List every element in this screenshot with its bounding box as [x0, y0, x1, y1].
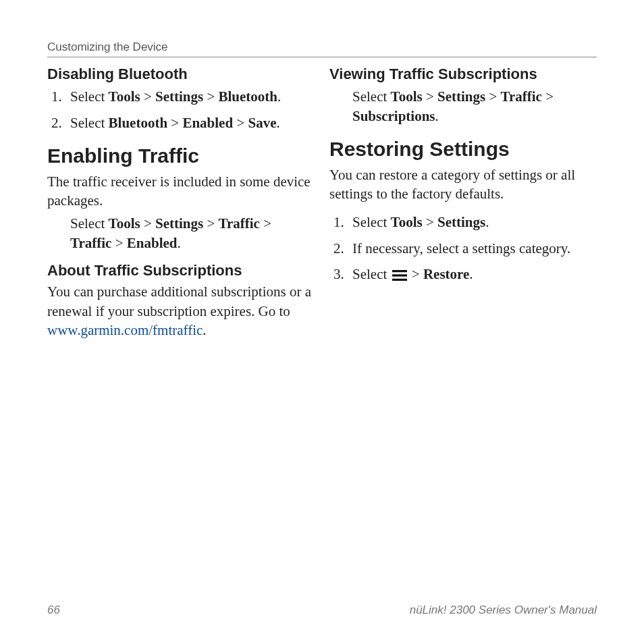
page: Customizing the Device Disabling Bluetoo…	[0, 0, 644, 644]
step-text: >	[111, 235, 126, 251]
step-text: >	[408, 266, 423, 282]
step-text: >	[140, 88, 155, 105]
step-text: .	[485, 214, 489, 230]
heading-viewing-traffic-subscriptions: Viewing Traffic Subscriptions	[329, 65, 597, 83]
ui-term: Restore	[423, 266, 469, 282]
ui-term: Enabled	[182, 115, 233, 131]
ui-term: Traffic	[70, 235, 111, 251]
step-text: Select	[352, 88, 391, 105]
paragraph-text: .	[203, 322, 206, 338]
ui-term: Traffic	[501, 88, 542, 105]
step-text: >	[423, 214, 437, 230]
ui-term: Bluetooth	[109, 115, 168, 131]
ui-term: Tools	[391, 88, 423, 105]
footer: 66 nüLink! 2300 Series Owner's Manual	[47, 590, 597, 617]
svg-rect-0	[392, 270, 407, 272]
heading-disabling-bluetooth: Disabling Bluetooth	[47, 65, 315, 83]
step-text: If necessary, select a settings category…	[352, 240, 570, 257]
step-text: Select	[352, 214, 391, 230]
list-item: 1. Select Tools > Settings.	[329, 213, 597, 232]
svg-rect-2	[392, 279, 407, 281]
step-text: >	[167, 115, 182, 131]
list-item: 2. If necessary, select a settings categ…	[329, 239, 597, 258]
ui-term: Save	[248, 115, 276, 131]
step-text: .	[277, 88, 281, 105]
left-column: Disabling Bluetooth 1. Select Tools > Se…	[47, 64, 315, 590]
step-number: 2.	[51, 113, 62, 132]
step-text: Select	[70, 88, 109, 105]
paragraph: The traffic receiver is included in some…	[47, 172, 315, 211]
paragraph: You can purchase additional subscription…	[47, 282, 315, 340]
steps-disable-bluetooth: 1. Select Tools > Settings > Bluetooth. …	[47, 87, 315, 132]
paragraph: You can restore a category of settings o…	[329, 165, 597, 204]
columns: Disabling Bluetooth 1. Select Tools > Se…	[47, 64, 597, 590]
list-item: 3. Select > Restore.	[329, 265, 597, 286]
heading-enabling-traffic: Enabling Traffic	[47, 144, 315, 168]
link-garmin-fmtraffic[interactable]: www.garmin.com/fmtraffic	[47, 322, 203, 338]
step-text: Select	[70, 215, 109, 232]
step-number: 1.	[51, 87, 62, 106]
steps-restore-settings: 1. Select Tools > Settings. 2. If necess…	[329, 213, 597, 286]
right-column: Viewing Traffic Subscriptions Select Too…	[329, 64, 597, 590]
step-text: >	[423, 88, 437, 105]
list-item: 2. Select Bluetooth > Enabled > Save.	[47, 113, 315, 132]
svg-rect-1	[392, 274, 407, 276]
step-number: 1.	[333, 213, 344, 232]
manual-title: nüLink! 2300 Series Owner's Manual	[410, 603, 597, 617]
ui-term: Settings	[155, 88, 203, 105]
step-number: 3.	[333, 265, 344, 284]
step-text: >	[260, 215, 271, 232]
step-text: .	[469, 266, 473, 282]
step-text: >	[485, 88, 500, 105]
step-number: 2.	[333, 239, 344, 258]
ui-term: Tools	[391, 214, 423, 230]
menu-icon	[392, 267, 407, 286]
ui-term: Tools	[109, 215, 140, 232]
step-text: Select	[70, 115, 109, 131]
step-text: >	[542, 88, 554, 105]
breadcrumb: Customizing the Device	[47, 41, 597, 57]
step-text: .	[177, 235, 180, 251]
list-item: 1. Select Tools > Settings > Bluetooth.	[47, 87, 315, 106]
ui-term: Tools	[109, 88, 140, 105]
paragraph-text: You can purchase additional subscription…	[47, 284, 311, 319]
ui-term: Bluetooth	[219, 88, 278, 105]
ui-term: Settings	[155, 215, 203, 232]
ui-term: Enabled	[127, 235, 178, 251]
step-text: >	[233, 115, 248, 131]
ui-term: Settings	[437, 214, 485, 230]
step-text: >	[203, 215, 218, 232]
heading-about-traffic-subscriptions: About Traffic Subscriptions	[47, 262, 315, 279]
step-text: .	[276, 115, 279, 131]
instruction: Select Tools > Settings > Traffic > Traf…	[47, 214, 315, 252]
step-text: >	[140, 215, 155, 232]
step-text: >	[203, 88, 218, 105]
step-text: Select	[352, 266, 391, 282]
heading-restoring-settings: Restoring Settings	[329, 138, 597, 161]
ui-term: Settings	[437, 88, 485, 105]
ui-term: Traffic	[219, 215, 260, 232]
ui-term: Subscriptions	[352, 108, 435, 124]
step-text: .	[435, 108, 439, 124]
page-number: 66	[47, 603, 60, 617]
instruction: Select Tools > Settings > Traffic > Subs…	[329, 87, 597, 126]
